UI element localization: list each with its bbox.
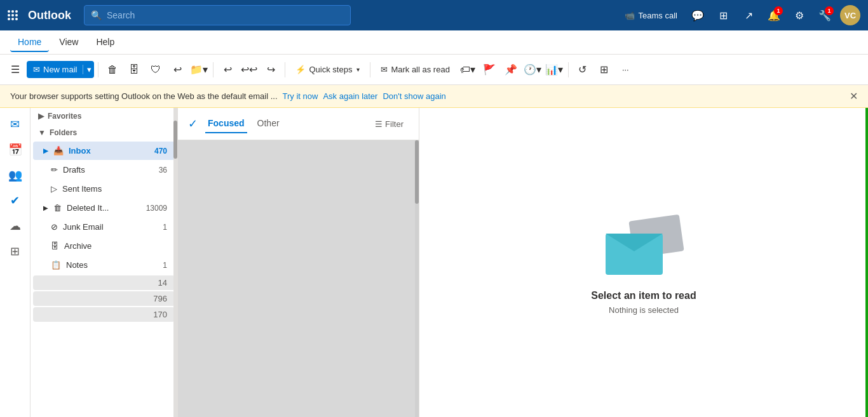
feedback-icon-button[interactable]: 🔧 1 (815, 5, 835, 25)
new-mail-icon: ✉ (33, 65, 40, 74)
settings-icon-button[interactable]: ⚙ (789, 5, 810, 25)
email-list-body (178, 140, 419, 417)
email-scrollbar[interactable] (415, 140, 419, 417)
banner-close-button[interactable]: ✕ (850, 90, 858, 102)
extra-folder-3: 170 (33, 307, 175, 322)
sidebar-icon-tasks[interactable]: ✔ (4, 189, 27, 212)
hamburger-button[interactable]: ☰ (5, 60, 25, 80)
chevron-right-icon: ▶ (38, 112, 44, 121)
folder-inbox[interactable]: ▶ 📥 Inbox 470 (33, 142, 175, 160)
reply-icon-button[interactable]: ↩ (217, 60, 238, 80)
drafts-label: Drafts (63, 165, 85, 175)
info-banner: Your browser supports setting Outlook on… (0, 85, 868, 108)
deleted-count: 13009 (146, 204, 167, 213)
favorites-label: Favorites (48, 112, 81, 121)
sidebar-icon-cloud[interactable]: ☁ (4, 215, 27, 237)
categorize-icon-button[interactable]: 📊▾ (544, 60, 564, 80)
separator-1 (98, 62, 98, 77)
archive-icon-button[interactable]: 🗄 (124, 60, 144, 80)
folders-header[interactable]: ▼ Folders (31, 124, 177, 141)
folder-archive[interactable]: 🗄 Archive (33, 237, 175, 255)
email-scroll-thumb (415, 140, 419, 204)
share-icon-button[interactable]: ↗ (738, 5, 759, 25)
folder-sent[interactable]: ▷ Sent Items (33, 180, 175, 198)
titlebar: Outlook 🔍 📹 Teams call 💬 ⊞ ↗ 🔔 1 ⚙ 🔧 1 V… (0, 0, 868, 30)
more-label: ··· (622, 65, 629, 74)
sidebar-icon-people[interactable]: 👥 (4, 164, 27, 187)
menu-help[interactable]: Help (88, 33, 122, 52)
drafts-icon: ✏ (51, 165, 58, 175)
notification-badge: 1 (774, 6, 783, 15)
search-icon: 🔍 (91, 10, 102, 20)
avatar[interactable]: VC (840, 5, 860, 25)
folder-notes[interactable]: 📋 Notes 1 (33, 256, 175, 274)
deleted-expand-icon: ▶ (43, 204, 48, 211)
more-button[interactable]: ··· (616, 61, 635, 78)
folder-panel: ▶ Favorites ▼ Folders ▶ 📥 Inbox 470 ✏ Dr… (31, 108, 178, 417)
search-box[interactable]: 🔍 (84, 5, 351, 25)
menu-view[interactable]: View (51, 33, 86, 52)
chevron-down-icon: ▼ (38, 128, 46, 137)
quick-steps-button[interactable]: ⚡ Quick steps ▾ (289, 61, 366, 78)
green-accent-bar (865, 108, 868, 417)
layout-icon-button[interactable]: ⊞ (594, 60, 614, 80)
chat-icon-button[interactable]: 💬 (688, 5, 708, 25)
sidebar-icon-mail[interactable]: ✉ (4, 113, 27, 136)
separator-3 (285, 62, 285, 77)
report-icon-button[interactable]: 🛡 (146, 60, 166, 80)
forward-icon-button[interactable]: ↪ (261, 60, 281, 80)
folder-deleted[interactable]: ▶ 🗑 Deleted It... 13009 (33, 199, 175, 217)
sidebar-icon-apps[interactable]: ⊞ (4, 240, 27, 263)
folder-drafts[interactable]: ✏ Drafts 36 (33, 161, 175, 179)
ask-later-link[interactable]: Ask again later (323, 91, 377, 101)
new-mail-button[interactable]: ✉ New mail ▾ (27, 61, 94, 78)
expand-icon: ▶ (43, 147, 48, 154)
email-list: ✓ Focused Other ☰ Filter (178, 108, 419, 417)
new-mail-caret[interactable]: ▾ (83, 65, 92, 74)
extra-count-2: 796 (153, 294, 167, 303)
tag-icon-button[interactable]: 🏷▾ (458, 60, 478, 80)
tab-other[interactable]: Other (255, 114, 282, 133)
teams-call-button[interactable]: 📹 Teams call (620, 8, 682, 23)
undo2-icon-button[interactable]: ↺ (573, 60, 593, 80)
banner-text: Your browser supports setting Outlook on… (10, 91, 278, 101)
notes-count: 1 (163, 261, 167, 270)
quick-steps-icon: ⚡ (295, 65, 306, 74)
apps-icon-button[interactable]: ⊞ (713, 5, 733, 25)
favorites-header[interactable]: ▶ Favorites (31, 108, 177, 124)
main-layout: ✉ 📅 👥 ✔ ☁ ⊞ ▶ Favorites ▼ Folders ▶ 📥 In… (0, 108, 868, 417)
notification-bell-button[interactable]: 🔔 1 (764, 5, 784, 25)
flag-icon-button[interactable]: 🚩 (479, 60, 499, 80)
junk-count: 1 (163, 223, 167, 232)
reply-all-icon-button[interactable]: ↩↩ (239, 60, 259, 80)
dont-show-link[interactable]: Don't show again (383, 91, 445, 101)
move-icon-button[interactable]: 📁▾ (189, 60, 209, 80)
delete-icon-button[interactable]: 🗑 (102, 60, 123, 80)
mark-all-read-button[interactable]: ✉ Mark all as read (374, 61, 456, 78)
menu-home[interactable]: Home (10, 33, 49, 52)
folder-scroll-thumb (173, 121, 177, 159)
sidebar-icons: ✉ 📅 👥 ✔ ☁ ⊞ (0, 108, 31, 417)
tab-focused[interactable]: Focused (205, 114, 247, 133)
folder-scrollbar[interactable] (173, 108, 177, 417)
quick-steps-label: Quick steps (309, 65, 352, 74)
notes-icon: 📋 (51, 260, 61, 270)
filter-button[interactable]: ☰ Filter (370, 117, 409, 131)
deleted-icon: 🗑 (53, 203, 62, 213)
teams-call-label: Teams call (639, 11, 677, 20)
quick-steps-caret: ▾ (356, 66, 360, 73)
undo-icon-button[interactable]: ↩ (167, 60, 187, 80)
folder-junk[interactable]: ⊘ Junk Email 1 (33, 218, 175, 236)
search-input[interactable] (107, 10, 344, 20)
pin-icon-button[interactable]: 📌 (501, 60, 521, 80)
archive-label: Archive (64, 241, 92, 251)
deleted-label: Deleted It... (67, 203, 109, 213)
envelope-flap (606, 234, 663, 251)
filter-icon: ☰ (375, 119, 383, 129)
try-now-link[interactable]: Try it now (283, 91, 318, 101)
clock-icon-button[interactable]: 🕐▾ (522, 60, 543, 80)
sidebar-icon-calendar[interactable]: 📅 (4, 138, 27, 161)
drafts-count: 36 (159, 166, 167, 175)
app-grid-icon[interactable] (8, 10, 18, 20)
filter-label: Filter (385, 119, 403, 129)
